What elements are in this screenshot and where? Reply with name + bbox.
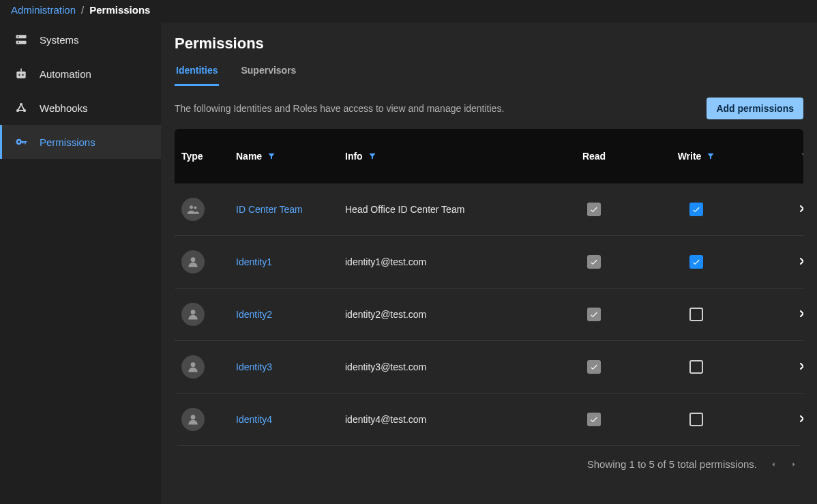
svg-point-16 (190, 205, 193, 209)
read-checkbox (587, 308, 601, 321)
delete-button[interactable] (798, 256, 803, 269)
sidebar-item-webhooks[interactable]: Webhooks (0, 91, 161, 125)
svg-point-2 (18, 36, 19, 38)
sidebar-item-label: Permissions (40, 136, 95, 148)
description-text: The following Identities and Roles have … (175, 103, 504, 114)
column-actions (747, 152, 803, 160)
sidebar-item-label: Automation (40, 68, 91, 80)
identity-link[interactable]: Identity4 (236, 414, 272, 425)
pagination: Showing 1 to 5 of 5 total permissions. (161, 446, 817, 482)
cell-read (543, 203, 645, 216)
cell-name: Identity2 (229, 309, 338, 320)
delete-button[interactable] (798, 203, 803, 216)
tab-identities[interactable]: Identities (175, 58, 219, 86)
prev-page-button[interactable] (769, 460, 777, 469)
breadcrumb-separator: / (81, 4, 84, 16)
write-checkbox[interactable] (689, 360, 703, 374)
user-icon (181, 355, 205, 379)
write-checkbox[interactable] (689, 203, 703, 216)
svg-rect-4 (16, 72, 25, 78)
sidebar-item-automation[interactable]: Automation (0, 57, 161, 91)
svg-point-20 (191, 362, 196, 367)
filter-icon[interactable] (368, 152, 376, 160)
svg-point-17 (194, 206, 196, 209)
cell-write (645, 308, 747, 321)
clear-filter-icon[interactable] (801, 152, 803, 160)
sidebar: SystemsAutomationWebhooksPermissions (0, 23, 161, 504)
svg-point-15 (18, 140, 20, 143)
column-info[interactable]: Info (338, 151, 543, 162)
cell-actions (747, 308, 803, 321)
breadcrumb-current: Permissions (89, 4, 150, 16)
svg-rect-1 (16, 41, 27, 44)
svg-point-21 (191, 415, 196, 419)
cell-info: Head Office ID Center Team (338, 204, 543, 215)
cell-read (543, 360, 645, 374)
svg-rect-0 (16, 35, 27, 38)
column-read: Read (543, 151, 645, 162)
write-checkbox[interactable] (689, 413, 703, 426)
svg-point-3 (18, 42, 19, 43)
identity-link[interactable]: ID Center Team (236, 204, 303, 215)
table-header: Type Name Info Read Write (175, 129, 803, 183)
cell-read (543, 308, 645, 321)
svg-point-19 (191, 310, 196, 314)
write-checkbox[interactable] (689, 308, 703, 321)
column-write[interactable]: Write (645, 151, 747, 162)
page-title: Permissions (161, 23, 817, 58)
cell-info: identity3@test.com (338, 361, 543, 372)
cell-actions (747, 203, 803, 216)
delete-button[interactable] (798, 308, 803, 321)
user-icon (181, 250, 205, 273)
cell-actions (747, 413, 803, 426)
sidebar-item-systems[interactable]: Systems (0, 23, 161, 57)
pagination-status: Showing 1 to 5 of 5 total permissions. (587, 458, 757, 470)
add-permissions-button[interactable]: Add permissions (707, 98, 803, 119)
delete-button[interactable] (798, 361, 803, 374)
read-checkbox (587, 203, 601, 216)
cell-actions (747, 361, 803, 374)
read-checkbox (587, 413, 601, 426)
sidebar-item-label: Systems (40, 34, 79, 46)
automation-icon (14, 66, 29, 81)
next-page-button[interactable] (790, 460, 798, 469)
webhooks-icon (14, 100, 29, 115)
filter-icon[interactable] (707, 152, 715, 160)
column-type: Type (175, 151, 229, 162)
filter-icon[interactable] (267, 152, 276, 160)
cell-info: identity1@test.com (338, 256, 543, 267)
column-name[interactable]: Name (229, 151, 338, 162)
svg-point-18 (191, 257, 196, 262)
write-checkbox[interactable] (689, 255, 703, 269)
tabs: IdentitiesSupervisors (161, 58, 817, 87)
tab-supervisors[interactable]: Supervisors (239, 58, 297, 86)
cell-type (175, 198, 229, 221)
cell-type (175, 303, 229, 326)
permissions-icon (14, 134, 29, 149)
column-type-label: Type (181, 151, 203, 162)
cell-read (543, 255, 645, 269)
table-row: ID Center TeamHead Office ID Center Team (175, 183, 803, 236)
sidebar-item-label: Webhooks (40, 102, 88, 114)
cell-info: identity4@test.com (338, 414, 543, 425)
sidebar-item-permissions[interactable]: Permissions (0, 125, 161, 159)
column-write-label: Write (678, 151, 702, 162)
svg-rect-13 (25, 141, 26, 144)
breadcrumb-parent[interactable]: Administration (11, 4, 76, 16)
cell-actions (747, 256, 803, 269)
cell-info: identity2@test.com (338, 309, 543, 320)
read-checkbox (587, 255, 601, 269)
column-name-label: Name (236, 151, 262, 162)
delete-button[interactable] (798, 413, 803, 426)
identity-link[interactable]: Identity1 (236, 256, 272, 267)
svg-rect-5 (20, 69, 22, 72)
identity-link[interactable]: Identity2 (236, 309, 272, 320)
identity-link[interactable]: Identity3 (236, 361, 272, 372)
svg-point-6 (18, 74, 20, 76)
read-checkbox (587, 360, 601, 374)
cell-type (175, 355, 229, 379)
cell-type (175, 408, 229, 431)
cell-name: Identity3 (229, 361, 338, 372)
user-icon (181, 303, 205, 326)
table-row: Identity1identity1@test.com (175, 236, 803, 288)
